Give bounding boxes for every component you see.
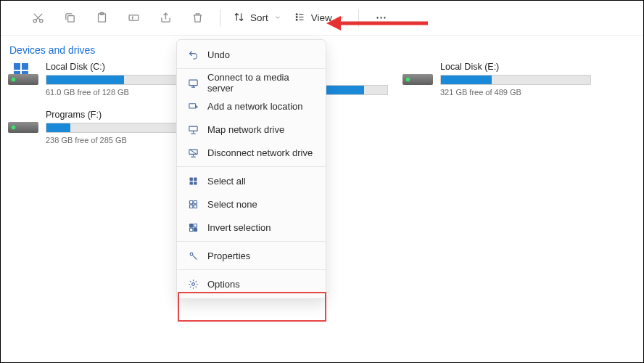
- properties-icon: [187, 250, 199, 261]
- view-icon: [294, 12, 305, 25]
- drive-name: Programs (F:): [46, 110, 197, 120]
- menu-invert-selection[interactable]: Invert selection: [177, 216, 326, 239]
- menu-label: Undo: [207, 49, 230, 60]
- menu-label: Select all: [207, 176, 246, 187]
- copy-button[interactable]: [54, 6, 85, 30]
- drive-status: 238 GB free of 285 GB: [46, 136, 197, 144]
- sort-label: Sort: [250, 12, 268, 23]
- drive-icon: [8, 63, 38, 85]
- map-drive-icon: [187, 123, 199, 135]
- menu-label: Invert selection: [207, 222, 271, 233]
- svg-point-9: [377, 17, 379, 18]
- select-all-icon: [187, 175, 199, 187]
- menu-separator: [177, 166, 326, 167]
- options-icon: [187, 278, 199, 290]
- disconnect-drive-icon: [187, 147, 199, 158]
- svg-point-6: [296, 13, 297, 15]
- drive-fill: [46, 76, 124, 84]
- svg-rect-17: [194, 177, 197, 180]
- menu-connect-media[interactable]: Connect to a media server: [177, 71, 326, 94]
- drive-name: Local Disk (E:): [440, 62, 591, 72]
- svg-rect-19: [194, 182, 197, 184]
- svg-point-7: [296, 16, 297, 17]
- delete-button[interactable]: [182, 6, 212, 30]
- undo-icon: [187, 49, 199, 60]
- drive-fill: [441, 76, 492, 84]
- menu-disconnect-network-drive[interactable]: Disconnect network drive: [177, 141, 326, 164]
- menu-properties[interactable]: Properties: [177, 244, 326, 267]
- svg-rect-2: [67, 16, 74, 23]
- drive-status: 321 GB free of 489 GB: [440, 88, 591, 97]
- svg-point-28: [190, 253, 193, 256]
- svg-rect-14: [189, 126, 197, 131]
- drive-bar: [46, 75, 197, 85]
- svg-rect-27: [194, 228, 197, 231]
- menu-label: Disconnect network drive: [207, 147, 313, 158]
- context-menu: Undo Connect to a media server Add a net…: [176, 39, 326, 299]
- svg-point-11: [384, 17, 386, 18]
- drive-status: 61.0 GB free of 128 GB: [46, 88, 197, 97]
- menu-separator: [177, 269, 326, 270]
- svg-rect-18: [189, 182, 192, 184]
- menu-label: Select none: [207, 199, 257, 210]
- menu-map-network-drive[interactable]: Map network drive: [177, 118, 326, 141]
- view-button[interactable]: View: [289, 6, 351, 30]
- toolbar-divider: [358, 9, 359, 27]
- menu-separator: [177, 241, 326, 242]
- svg-point-29: [191, 282, 194, 285]
- sort-button[interactable]: Sort: [228, 6, 287, 30]
- menu-select-none[interactable]: Select none: [177, 192, 326, 216]
- svg-rect-12: [189, 80, 197, 86]
- paste-button[interactable]: [86, 6, 117, 30]
- svg-rect-23: [194, 205, 197, 208]
- menu-label: Map network drive: [207, 124, 284, 135]
- svg-rect-13: [189, 103, 195, 107]
- add-network-icon: [187, 100, 199, 112]
- svg-rect-21: [194, 200, 197, 203]
- svg-rect-22: [189, 205, 192, 208]
- svg-rect-20: [189, 200, 192, 203]
- drive-info: Local Disk (E:) 321 GB free of 489 GB: [440, 62, 591, 97]
- menu-separator: [177, 68, 326, 69]
- menu-label: Properties: [207, 250, 250, 261]
- toolbar-divider: [220, 9, 220, 27]
- drive-info: Programs (F:) 238 GB free of 285 GB: [46, 110, 197, 144]
- svg-rect-25: [194, 224, 197, 227]
- svg-point-8: [296, 19, 297, 20]
- svg-rect-26: [189, 228, 192, 231]
- menu-options[interactable]: Options: [177, 272, 326, 295]
- rename-button[interactable]: [118, 6, 149, 30]
- drive-item[interactable]: Local Disk (C:) 61.0 GB free of 128 GB: [8, 62, 197, 97]
- drive-item[interactable]: Local Disk (E:) 321 GB free of 489 GB: [402, 62, 591, 97]
- chevron-down-icon: [274, 12, 281, 23]
- chevron-down-icon: [338, 12, 345, 23]
- drive-bar: [46, 123, 197, 133]
- sort-icon: [234, 12, 244, 25]
- svg-rect-16: [189, 177, 192, 180]
- select-none-icon: [187, 198, 199, 210]
- share-button[interactable]: [150, 6, 181, 30]
- drive-item[interactable]: Programs (F:) 238 GB free of 285 GB: [8, 110, 197, 144]
- menu-select-all[interactable]: Select all: [177, 169, 326, 192]
- cut-button[interactable]: [22, 6, 53, 30]
- svg-point-10: [381, 17, 382, 18]
- view-label: View: [311, 12, 332, 23]
- menu-undo[interactable]: Undo: [177, 43, 326, 66]
- drive-bar: [440, 75, 591, 85]
- svg-rect-5: [129, 15, 139, 20]
- menu-label: Options: [207, 279, 240, 290]
- menu-add-network-location[interactable]: Add a network location: [177, 94, 326, 118]
- drive-fill: [46, 123, 70, 132]
- toolbar: Sort View: [1, 1, 643, 36]
- drive-icon: [402, 63, 433, 85]
- menu-label: Connect to a media server: [207, 72, 315, 94]
- drive-name: Local Disk (C:): [46, 62, 197, 72]
- drive-icon: [8, 111, 38, 133]
- media-server-icon: [187, 77, 199, 89]
- svg-rect-24: [189, 224, 192, 227]
- drive-info: Local Disk (C:) 61.0 GB free of 128 GB: [46, 62, 197, 97]
- more-button[interactable]: [366, 6, 397, 30]
- invert-selection-icon: [187, 221, 199, 233]
- menu-label: Add a network location: [207, 101, 303, 112]
